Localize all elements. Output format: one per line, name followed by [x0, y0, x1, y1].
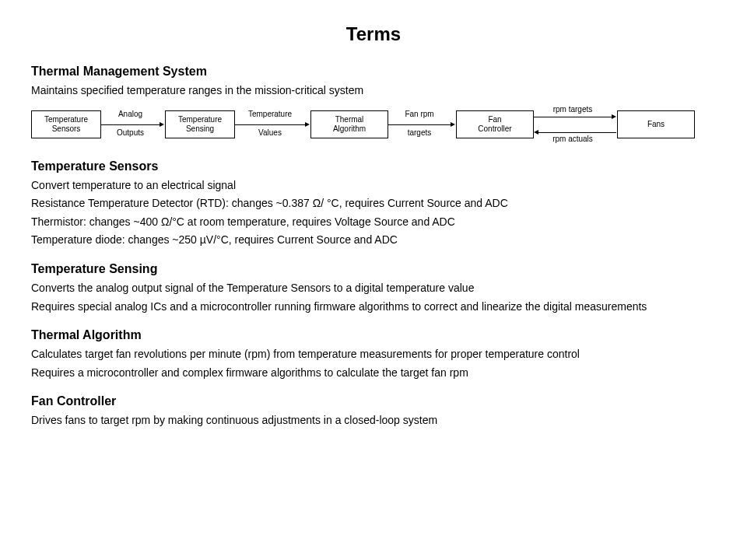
section-heading-fan-controller: Fan Controller — [31, 394, 716, 408]
section-text: Requires special analog ICs and a microc… — [31, 299, 716, 315]
arrow-label: Fan rpm — [393, 110, 446, 119]
box-text: Sensing — [186, 124, 214, 134]
section-text: Drives fans to target rpm by making cont… — [31, 413, 716, 429]
section-text: Resistance Temperature Detector (RTD): c… — [31, 196, 716, 212]
arrow-label: Outputs — [109, 128, 152, 138]
section-heading-tms: Thermal Management System — [31, 65, 716, 79]
arrow-icon — [538, 132, 616, 133]
diagram-box-fan-controller: Fan Controller — [456, 110, 534, 138]
box-text: Temperature — [44, 115, 88, 124]
arrow-label: Analog — [109, 110, 152, 119]
section-text: Convert temperature to an electrical sig… — [31, 178, 716, 194]
box-text: Temperature — [178, 115, 222, 124]
box-text: Sensors — [52, 124, 81, 134]
arrow-label: Temperature — [240, 110, 300, 119]
section-text: Thermistor: changes ~400 Ω/°C at room te… — [31, 215, 716, 230]
arrow-icon — [101, 124, 160, 125]
diagram-box-thermal-algorithm: Thermal Algorithm — [310, 110, 388, 138]
section-text: Converts the analog output signal of the… — [31, 281, 716, 296]
arrow-label: rpm actuals — [541, 135, 605, 144]
section-heading-temp-sensing: Temperature Sensing — [31, 262, 716, 276]
page-title: Terms — [31, 23, 716, 45]
section-text: Requires a microcontroller and complex f… — [31, 366, 716, 381]
arrow-label: targets — [393, 128, 446, 138]
arrow-label: Values — [240, 128, 300, 138]
flow-diagram: Temperature Sensors Analog Outputs Tempe… — [31, 105, 716, 144]
diagram-box-temperature-sensing: Temperature Sensing — [165, 110, 235, 138]
diagram-box-temperature-sensors: Temperature Sensors — [31, 110, 101, 138]
section-heading-thermal-algorithm: Thermal Algorithm — [31, 328, 716, 342]
arrow-icon — [388, 124, 451, 125]
box-text: Controller — [478, 124, 511, 134]
section-heading-temp-sensors: Temperature Sensors — [31, 159, 716, 173]
section-text: Maintains specified temperature ranges i… — [31, 83, 716, 99]
box-text: Fan — [488, 115, 501, 124]
box-text: Thermal — [335, 115, 364, 124]
arrow-label: rpm targets — [541, 105, 605, 114]
diagram-box-fans: Fans — [617, 110, 695, 138]
section-text: Temperature diode: changes ~250 µV/°C, r… — [31, 233, 716, 248]
arrow-icon — [534, 117, 612, 117]
box-text: Algorithm — [333, 124, 366, 134]
arrow-icon — [235, 124, 305, 125]
section-text: Calculates target fan revolutions per mi… — [31, 347, 716, 362]
box-text: Fans — [647, 120, 665, 129]
